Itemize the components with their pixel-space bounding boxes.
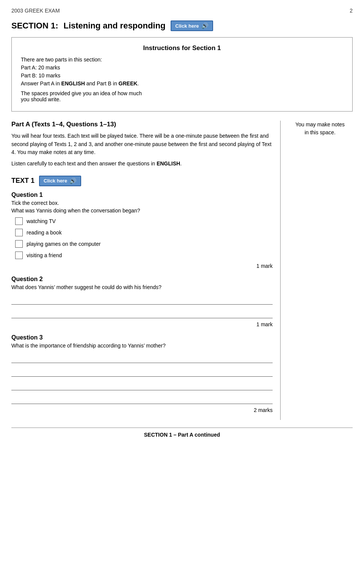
option-watching-tv-label: watching TV xyxy=(27,218,56,224)
text1-click-here-label: Click here xyxy=(44,178,67,184)
answer-line-q3-1 xyxy=(11,352,273,363)
question1-heading: Question 1 xyxy=(11,192,273,198)
question2-mark: 1 mark xyxy=(11,321,273,327)
question3-heading: Question 3 xyxy=(11,334,273,341)
question1-mark: 1 mark xyxy=(11,263,273,269)
text1-title: TEXT 1 xyxy=(11,177,35,185)
option-playing-games: playing games on the computer xyxy=(15,240,273,248)
main-content: Part A (Texts 1–4, Questions 1–13) You w… xyxy=(11,121,353,420)
notes-line1: You may make notes xyxy=(295,121,345,127)
question3-mark: 2 marks xyxy=(11,407,273,413)
speaker-icon: 🔊 xyxy=(201,22,209,29)
instructions-line5: The spaces provided give you an idea of … xyxy=(21,90,150,102)
notes-line2: in this space. xyxy=(304,129,336,135)
answer-line-q2-1 xyxy=(11,294,273,305)
question2-answer-lines xyxy=(11,294,273,318)
text1-click-here-button[interactable]: Click here 🔊 xyxy=(39,176,81,186)
question1-options: watching TV reading a book playing games… xyxy=(15,217,273,259)
option-playing-games-label: playing games on the computer xyxy=(27,241,100,247)
question2-text: What does Yannis’ mother suggest he coul… xyxy=(11,284,273,290)
section-heading: SECTION 1: Listening and responding Clic… xyxy=(11,20,353,31)
option-reading-book-label: reading a book xyxy=(27,230,62,236)
answer-line-q3-4 xyxy=(11,393,273,404)
instructions-line1: There are two parts in this section: xyxy=(21,57,150,63)
question3-block: Question 3 What is the importance of fri… xyxy=(11,334,273,413)
content-left: Part A (Texts 1–4, Questions 1–13) You w… xyxy=(11,121,281,420)
content-right: You may make notes in this space. xyxy=(281,121,353,420)
part-a-description2: Listen carefully to each text and then a… xyxy=(11,160,273,168)
page-footer: SECTION 1 – Part A continued xyxy=(11,428,353,438)
notes-label: You may make notes in this space. xyxy=(287,121,353,137)
checkbox-playing-games[interactable] xyxy=(15,240,23,248)
option-visiting-friend-label: visiting a friend xyxy=(27,252,62,258)
page-header: 2003 GREEK EXAM 2 xyxy=(11,8,353,14)
section-title: Listening and responding xyxy=(63,21,165,31)
checkbox-reading-book[interactable] xyxy=(15,229,23,236)
part-a-heading: Part A (Texts 1–4, Questions 1–13) xyxy=(11,121,273,128)
question3-answer-lines xyxy=(11,352,273,404)
section1-click-here-button[interactable]: Click here 🔊 xyxy=(171,20,213,31)
answer-line-q2-2 xyxy=(11,308,273,318)
question1-text: What was Yannis doing when the conversat… xyxy=(11,208,273,214)
page: 2003 GREEK EXAM 2 SECTION 1: Listening a… xyxy=(0,0,364,588)
answer-line-q3-2 xyxy=(11,366,273,377)
question2-heading: Question 2 xyxy=(11,276,273,283)
checkbox-watching-tv[interactable] xyxy=(15,217,23,225)
question2-block: Question 2 What does Yannis’ mother sugg… xyxy=(11,276,273,327)
instructions-left-col: There are two parts in this section: Par… xyxy=(21,57,150,104)
question1-instruction: Tick the correct box. xyxy=(11,200,273,206)
text1-speaker-icon: 🔊 xyxy=(69,178,77,184)
instructions-line3: Part B: 10 marks xyxy=(21,72,150,79)
instructions-line2: Part A: 20 marks xyxy=(21,64,150,71)
question3-text: What is the importance of friendship acc… xyxy=(11,343,273,349)
text1-label: TEXT 1 Click here 🔊 xyxy=(11,176,273,186)
answer-line-q3-3 xyxy=(11,380,273,390)
page-number: 2 xyxy=(350,8,353,14)
question1-block: Question 1 Tick the correct box. What wa… xyxy=(11,192,273,269)
instructions-line4: Answer Part A in ENGLISH and Part B in G… xyxy=(21,80,150,86)
footer-text: SECTION 1 – Part A continued xyxy=(144,432,220,438)
option-reading-book: reading a book xyxy=(15,229,273,236)
checkbox-visiting-friend[interactable] xyxy=(15,252,23,259)
click-here-label: Click here xyxy=(175,23,199,29)
exam-title: 2003 GREEK EXAM xyxy=(11,8,60,14)
instructions-box: Instructions for Section 1 There are two… xyxy=(11,37,353,112)
option-visiting-friend: visiting a friend xyxy=(15,252,273,259)
instructions-title: Instructions for Section 1 xyxy=(21,44,343,52)
section-label: SECTION 1: xyxy=(11,21,58,31)
part-a-description1: You will hear four texts. Each text will… xyxy=(11,132,273,157)
option-watching-tv: watching TV xyxy=(15,217,273,225)
